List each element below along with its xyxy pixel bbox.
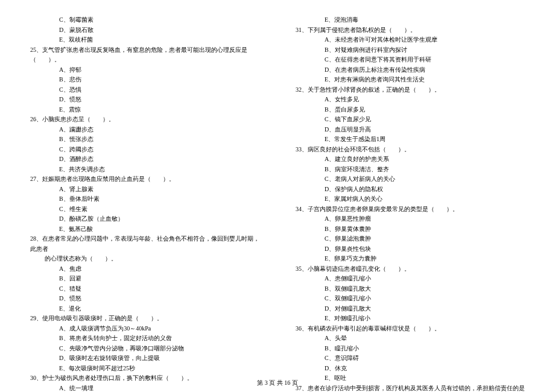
- option: E、共济失调步态: [59, 165, 259, 175]
- question-25: 25、支气管扩张患者出现反复咯血，有窒息的危险，患者最可能出现的心理反应是（ ）…: [30, 45, 259, 65]
- option: A、建立良好的护患关系: [325, 154, 525, 165]
- option: D、保护病人的隐私权: [325, 185, 525, 195]
- option: B、将患者头转向护士，固定好活动的义齿: [59, 334, 259, 344]
- option: A、未经患者许可对其体检时让医学生观摩: [325, 35, 525, 45]
- option: C、在征得患者同意下将其资料用于科研: [325, 55, 525, 65]
- option: C、卵巢滤泡囊肿: [325, 234, 525, 244]
- option: E、每次吸痰时间不超过25秒: [59, 364, 259, 374]
- option: D、蒙脱石散: [59, 25, 259, 36]
- option: C、意识障碍: [325, 353, 525, 364]
- option: C、制霉菌素: [59, 15, 259, 25]
- option: A、成人吸痰调节负压为30～40kPa: [59, 324, 259, 334]
- right-column: E、浸泡消毒 31、下列属于侵犯患者隐私权的是（ ）。 A、未经患者许可对其体检…: [296, 15, 525, 374]
- option: D、愤怒: [59, 95, 259, 105]
- page-footer: 第 3 页 共 16 页: [0, 379, 555, 387]
- option: E、退化: [59, 304, 259, 314]
- option: A、肾上腺素: [59, 185, 259, 195]
- option: B、垂体后叶素: [59, 194, 259, 204]
- option: D、酒醉步态: [59, 154, 259, 165]
- option: A、卵巢恶性肿瘤: [325, 214, 525, 224]
- option: C、老病人对新病人的关心: [325, 174, 525, 185]
- option: C、猜疑: [59, 284, 259, 294]
- question-33: 33、病区良好的社会环境不包括（ ）。: [296, 145, 525, 155]
- option: D、愤怒: [59, 294, 259, 304]
- question-28-cont: 的心理状态称为（ ）。: [45, 254, 259, 264]
- option: A、头晕: [325, 334, 525, 344]
- question-26: 26、小脑疾患步态呈（ ）。: [30, 115, 259, 125]
- question-31: 31、下列属于侵犯患者隐私权的是（ ）。: [296, 25, 525, 36]
- option: E、浸泡消毒: [325, 15, 525, 25]
- option: D、卵巢炎性包块: [325, 244, 525, 254]
- option: B、蛋白尿多见: [325, 105, 525, 115]
- option: E、家属对病人的关心: [325, 194, 525, 204]
- option: B、瞳孔缩小: [325, 344, 525, 354]
- option: D、休克: [325, 364, 525, 374]
- option: E、双歧杆菌: [59, 35, 259, 45]
- option: A、女性多见: [325, 95, 525, 105]
- option: A、焦虑: [59, 264, 259, 274]
- option: D、在患者病历上标注患有传染性疾病: [325, 65, 525, 75]
- option: E、常发生于感染后1周: [325, 134, 525, 145]
- option: B、慌张步态: [59, 134, 259, 145]
- option: B、病室环境清洁、整齐: [325, 165, 525, 175]
- option: B、双侧瞳孔散大: [325, 284, 525, 294]
- option: B、回避: [59, 274, 259, 284]
- question-34: 34、子宫内膜异位症患者卵巢病变最常见的类型是（ ）。: [296, 204, 525, 215]
- option: D、血压明显升高: [325, 125, 525, 135]
- option: B、卵巢黄体囊肿: [325, 224, 525, 235]
- question-36: 36、有机磷农药中毒引起的毒蕈碱样症状是（ ）。: [296, 324, 525, 334]
- question-32: 32、关于急性肾小球肾炎的叙述，正确的是（ ）。: [296, 85, 525, 95]
- option: C、先吸净气管内分泌物，再吸净口咽部分泌物: [59, 344, 259, 354]
- option: C、跨阈步态: [59, 145, 259, 155]
- option: E、对侧瞳孔缩小: [325, 314, 525, 324]
- option: C、镜下血尿少见: [325, 115, 525, 125]
- option: A、抑郁: [59, 65, 259, 75]
- option: C、双侧瞳孔缩小: [325, 294, 525, 304]
- option: C、维生素: [59, 204, 259, 215]
- option: D、酚磺乙胺（止血敏）: [59, 214, 259, 224]
- option: D、对侧瞳孔散大: [325, 304, 525, 314]
- option: D、吸痰时左右旋转吸痰管，向上提吸: [59, 353, 259, 364]
- question-35: 35、小脑幕切迹疝患者瞳孔变化（ ）。: [296, 264, 525, 274]
- question-29: 29、使用电动吸引器吸痰时，正确的是（ ）。: [30, 314, 259, 324]
- option: E、卵巢巧克力囊肿: [325, 254, 525, 264]
- option: B、对疑难病例进行科室内探讨: [325, 45, 525, 55]
- option: E、震惊: [59, 105, 259, 115]
- option: A、患侧瞳孔缩小: [325, 274, 525, 284]
- option: B、悲伤: [59, 75, 259, 85]
- option: E、氨基己酸: [59, 224, 259, 235]
- option: A、蹒跚步态: [59, 125, 259, 135]
- option: E、对患有淋病的患者询问其性生活史: [325, 75, 525, 85]
- left-column: C、制霉菌素 D、蒙脱石散 E、双歧杆菌 25、支气管扩张患者出现反复咯血，有窒…: [30, 15, 259, 374]
- question-28: 28、在患者常见的心理问题中，常表现与年龄、社会角色不相符合，像回到婴儿时期，此…: [30, 234, 259, 254]
- question-27: 27、妊娠期患者出现咯血应禁用的止血药是（ ）。: [30, 174, 259, 185]
- option: C、恐惧: [59, 85, 259, 95]
